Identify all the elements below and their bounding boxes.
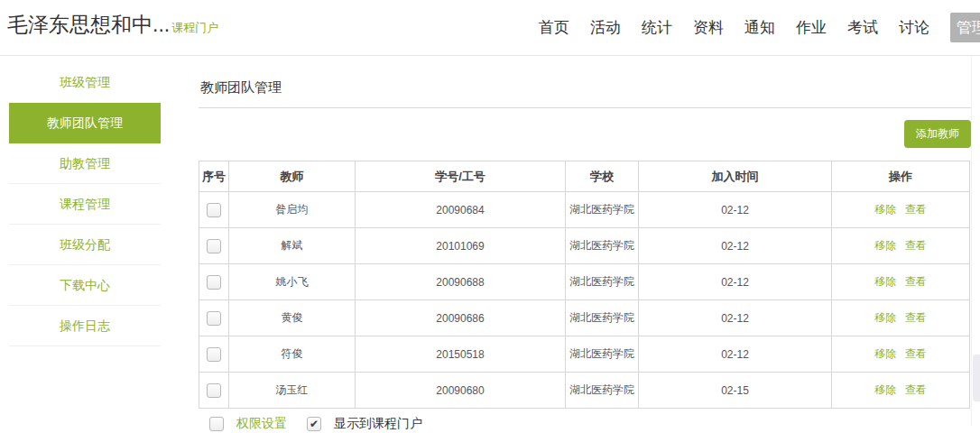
nav-item[interactable]: 管理 — [950, 13, 980, 42]
table-row: ✔ 汤玉红 20090680 湖北医药学院 02-15 移除 查看 — [199, 373, 970, 409]
cell-teacher-name: 汤玉红 — [229, 373, 356, 409]
scrollbar-track[interactable] — [971, 56, 980, 426]
scrollbar-thumb[interactable] — [973, 355, 980, 401]
cell-teacher-name: 解斌 — [229, 228, 356, 264]
cell-teacher-id: 20101069 — [356, 228, 566, 264]
cell-actions: 移除 查看 — [832, 373, 970, 409]
table-row: ✔ 姚小飞 20090688 湖北医药学院 02-12 移除 查看 — [199, 264, 970, 300]
sidebar-item[interactable]: 教师团队管理 — [9, 103, 161, 143]
table-row: ✔ 黄俊 20090686 湖北医药学院 02-12 移除 查看 — [199, 300, 970, 336]
cell-teacher-id: 20090684 — [356, 192, 566, 228]
cell-school: 湖北医药学院 — [566, 192, 639, 228]
cell-teacher-name: 黄俊 — [229, 300, 356, 336]
cell-actions: 移除 查看 — [832, 228, 970, 264]
remove-link[interactable]: 移除 — [874, 275, 896, 288]
option-label: 权限设置 — [236, 416, 287, 432]
row-checkbox[interactable]: ✔ — [207, 239, 221, 253]
cell-join-date: 02-12 — [639, 228, 832, 264]
row-checkbox[interactable]: ✔ — [207, 347, 221, 362]
course-portal-link[interactable]: 课程门户 — [171, 18, 218, 38]
cell-actions: 移除 查看 — [832, 264, 970, 300]
title-divider — [199, 107, 971, 108]
table-row: ✔ 昝启均 20090684 湖北医药学院 02-12 移除 查看 — [199, 192, 970, 228]
nav-item[interactable]: 统计 — [642, 13, 672, 42]
page: 毛泽东思想和中... 课程门户 首页活动统计资料通知作业考试讨论管理 班级管理教… — [0, 0, 980, 433]
sidebar-item[interactable]: 课程管理 — [9, 184, 161, 225]
cell-join-date: 02-12 — [639, 336, 832, 373]
cell-teacher-name: 符俊 — [229, 336, 356, 373]
cell-teacher-id: 20090688 — [356, 264, 566, 300]
cell-actions: 移除 查看 — [832, 336, 970, 373]
col-header-actions: 操作 — [832, 161, 970, 192]
sidebar-item[interactable]: 操作日志 — [9, 306, 161, 346]
cell-checkbox: ✔ — [199, 228, 229, 264]
row-checkbox[interactable]: ✔ — [207, 203, 221, 217]
cell-checkbox: ✔ — [199, 264, 229, 300]
col-header-id: 学号/工号 — [356, 161, 566, 192]
sidebar-item[interactable]: 助教管理 — [9, 143, 161, 184]
cell-school: 湖北医药学院 — [566, 300, 639, 336]
sidebar-item[interactable]: 班级管理 — [9, 62, 161, 103]
cell-join-date: 02-12 — [639, 192, 832, 228]
cell-teacher-id: 20090680 — [356, 373, 566, 409]
footer-options: ✔ 权限设置 ✔ 显示到课程门户 — [209, 416, 971, 432]
view-link[interactable]: 查看 — [905, 311, 927, 324]
cell-teacher-id: 20150518 — [356, 336, 566, 373]
cell-teacher-name: 昝启均 — [229, 192, 356, 228]
nav-item[interactable]: 作业 — [796, 13, 827, 42]
option-checkbox[interactable]: ✔ — [307, 417, 321, 431]
option-label: 显示到课程门户 — [334, 416, 422, 432]
nav-item[interactable]: 考试 — [847, 13, 878, 42]
col-header-school: 学校 — [566, 161, 639, 192]
cell-checkbox: ✔ — [199, 336, 229, 373]
main-nav: 首页活动统计资料通知作业考试讨论管理 — [539, 0, 980, 55]
cell-teacher-name: 姚小飞 — [229, 264, 356, 300]
col-header-teacher: 教师 — [229, 161, 356, 192]
view-link[interactable]: 查看 — [905, 203, 927, 216]
sidebar-item[interactable]: 下载中心 — [9, 265, 161, 306]
option-checkbox[interactable]: ✔ — [209, 417, 224, 431]
nav-item[interactable]: 活动 — [590, 13, 621, 42]
course-title-group: 毛泽东思想和中... 课程门户 — [7, 11, 218, 38]
remove-link[interactable]: 移除 — [874, 239, 896, 252]
nav-item[interactable]: 通知 — [744, 13, 775, 42]
remove-link[interactable]: 移除 — [874, 347, 896, 360]
add-teacher-button[interactable]: 添加教师 — [904, 120, 971, 148]
sidebar-item[interactable]: 班级分配 — [9, 225, 161, 265]
row-checkbox[interactable]: ✔ — [207, 275, 221, 290]
nav-item[interactable]: 首页 — [539, 13, 569, 42]
remove-link[interactable]: 移除 — [874, 311, 896, 324]
cell-actions: 移除 查看 — [832, 300, 970, 336]
row-checkbox[interactable]: ✔ — [207, 383, 221, 398]
remove-link[interactable]: 移除 — [874, 383, 896, 396]
teacher-table: 序号 教师 学号/工号 学校 加入时间 操作 ✔ 昝启均 20090684 湖北… — [199, 161, 970, 409]
cell-checkbox: ✔ — [199, 192, 229, 228]
view-link[interactable]: 查看 — [905, 347, 927, 360]
cell-join-date: 02-12 — [639, 264, 832, 300]
sidebar: 班级管理教师团队管理助教管理课程管理班级分配下载中心操作日志 — [9, 55, 161, 346]
nav-item[interactable]: 资料 — [693, 13, 724, 42]
cell-checkbox: ✔ — [199, 373, 229, 409]
cell-checkbox: ✔ — [199, 300, 229, 336]
view-link[interactable]: 查看 — [905, 383, 927, 396]
remove-link[interactable]: 移除 — [874, 203, 896, 216]
view-link[interactable]: 查看 — [905, 239, 927, 252]
col-header-join-date: 加入时间 — [639, 161, 832, 192]
footer-option: ✔ 显示到课程门户 — [307, 416, 422, 432]
main-content: 教师团队管理 添加教师 序号 教师 学号/工号 学校 加入时间 操作 — [199, 55, 971, 432]
cell-school: 湖北医药学院 — [566, 228, 639, 264]
cell-school: 湖北医药学院 — [566, 264, 639, 300]
view-link[interactable]: 查看 — [905, 275, 927, 288]
col-header-index: 序号 — [199, 161, 229, 192]
page-title: 教师团队管理 — [200, 79, 971, 97]
cell-join-date: 02-12 — [639, 300, 832, 336]
nav-item[interactable]: 讨论 — [899, 13, 929, 42]
footer-option: ✔ 权限设置 — [209, 416, 287, 432]
toolbar: 添加教师 — [199, 120, 971, 148]
row-checkbox[interactable]: ✔ — [207, 311, 221, 326]
cell-actions: 移除 查看 — [832, 192, 970, 228]
table-row: ✔ 解斌 20101069 湖北医药学院 02-12 移除 查看 — [199, 228, 970, 264]
table-header: 序号 教师 学号/工号 学校 加入时间 操作 — [199, 161, 970, 192]
cell-school: 湖北医药学院 — [566, 373, 639, 409]
top-header: 毛泽东思想和中... 课程门户 首页活动统计资料通知作业考试讨论管理 — [0, 0, 980, 56]
